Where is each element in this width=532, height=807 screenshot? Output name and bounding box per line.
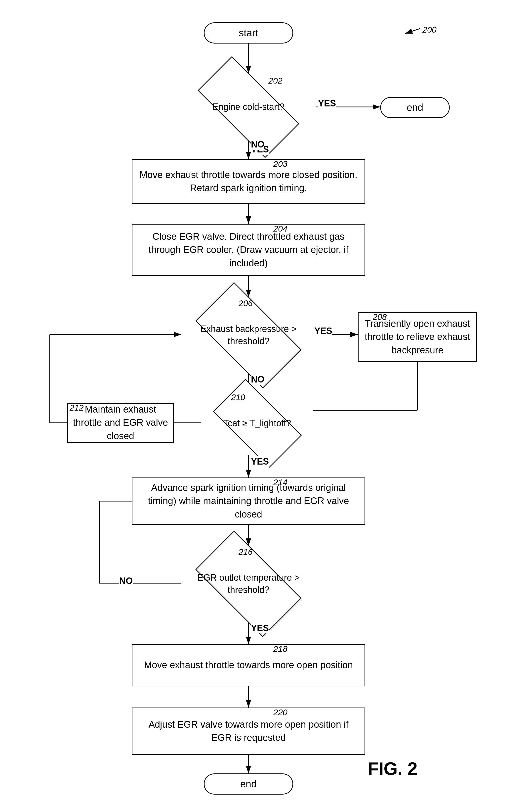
label-202-no-below: NO: [251, 139, 264, 150]
svg-line-22: [405, 29, 420, 34]
ref-203: 203: [273, 159, 287, 169]
label-216-no: NO: [119, 576, 133, 586]
ref-214: 214: [273, 477, 287, 487]
node-210: Tcat ≥ T_lightoff?: [201, 392, 313, 455]
ref-arrow-200: [402, 21, 428, 36]
node-216: EGR outlet temperature > threshold?: [182, 546, 316, 622]
node-202: Engine cold-start?: [182, 73, 316, 141]
end-bottom-node: end: [204, 773, 293, 794]
ref-212: 212: [70, 403, 84, 412]
ref-210: 210: [231, 392, 245, 402]
node-214: Advance spark ignition timing (towards o…: [132, 477, 365, 525]
ref-206: 206: [239, 298, 253, 308]
node-203: Move exhaust throttle towards more close…: [132, 159, 365, 204]
ref-204: 204: [273, 224, 287, 234]
end-top-node: end: [380, 97, 450, 118]
start-node: start: [204, 22, 293, 43]
node-218: Move exhaust throttle towards more open …: [132, 644, 365, 686]
node-206: Exhaust backpressure > threshold?: [182, 297, 316, 373]
label-210-yes: YES: [251, 456, 269, 467]
ref-220: 220: [273, 708, 287, 717]
label-202-yes: YES: [318, 98, 336, 109]
node-220: Adjust EGR valve towards more open posit…: [132, 708, 365, 755]
label-216-yes: YES: [251, 623, 269, 634]
flowchart-diagram: start 200 Engine cold-start? 202 YES YES…: [0, 0, 532, 807]
label-206-no: NO: [251, 374, 264, 385]
label-206-yes: YES: [314, 326, 332, 336]
figure-label: FIG. 2: [368, 758, 417, 779]
node-204: Close EGR valve. Direct throttled exhaus…: [132, 224, 365, 276]
ref-218: 218: [273, 644, 287, 654]
ref-216: 216: [239, 547, 253, 557]
ref-208: 208: [373, 312, 387, 322]
ref-202: 202: [268, 76, 283, 86]
